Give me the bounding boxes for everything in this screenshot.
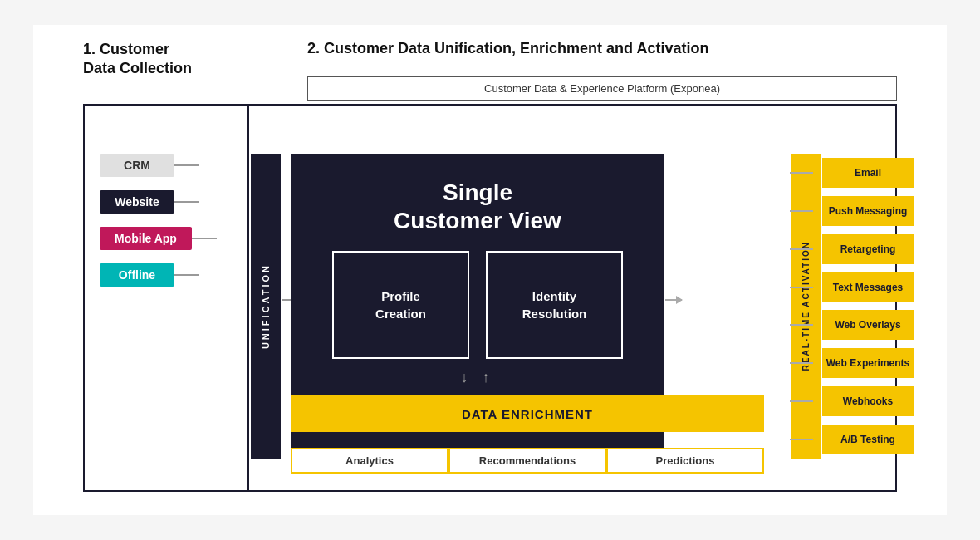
website-label: Website — [100, 190, 174, 214]
section-title-2: 2. Customer Data Unification, Enrichment… — [307, 40, 708, 57]
channel-text: Text Messages — [822, 272, 914, 302]
transfer-arrows: ↓ ↑ — [460, 369, 494, 386]
source-mobile: Mobile App — [100, 227, 192, 250]
dash-6 — [790, 362, 813, 364]
mobile-label: Mobile App — [100, 227, 192, 250]
channel-connectors — [785, 154, 818, 459]
profile-creation-box: ProfileCreation — [332, 251, 469, 359]
dash-8 — [790, 439, 813, 440]
identity-resolution-box: IdentityResolution — [486, 251, 623, 359]
channel-web-experiments: Web Experiments — [822, 348, 914, 378]
scv-title: SingleCustomer View — [394, 179, 561, 234]
left-section: CRM Website Mobile App Offline — [83, 104, 249, 492]
channels-column: Email Push Messaging Retargeting Text Me… — [822, 154, 914, 459]
offline-connector — [174, 274, 199, 276]
channel-webhooks: Webhooks — [822, 386, 914, 416]
tab-recommendations[interactable]: Recommendations — [448, 448, 606, 474]
unification-text: UNIFICATION — [261, 263, 271, 349]
channel-retargeting: Retargeting — [822, 234, 914, 264]
dash-4 — [790, 287, 813, 288]
channel-ab-testing: A/B Testing — [822, 425, 914, 454]
platform-label: Customer Data & Experience Platform (Exp… — [307, 76, 897, 101]
dash-1 — [790, 172, 813, 174]
section-title-1: 1. Customer Data Collection — [83, 40, 192, 79]
dash-2 — [790, 210, 813, 212]
offline-label: Offline — [100, 263, 174, 287]
diagram-wrapper: 1. Customer Data Collection 2. Customer … — [33, 25, 947, 515]
channel-web-overlays: Web Overlays — [822, 310, 914, 340]
tab-predictions[interactable]: Predictions — [606, 448, 764, 474]
mobile-connector — [192, 238, 217, 239]
source-website: Website — [100, 190, 174, 214]
dash-5 — [790, 324, 813, 326]
inner-boxes: ProfileCreation IdentityResolution — [332, 251, 623, 359]
tab-analytics[interactable]: Analytics — [291, 448, 448, 474]
dash-7 — [790, 400, 813, 402]
crm-label: CRM — [100, 154, 174, 177]
website-connector — [174, 201, 199, 203]
data-enrichment-bar: DATA ENRICHMENT — [291, 395, 764, 432]
channel-email: Email — [822, 158, 914, 188]
unification-bar: UNIFICATION — [251, 154, 281, 459]
dash-3 — [790, 248, 813, 250]
source-crm: CRM — [100, 154, 174, 177]
channel-push: Push Messaging — [822, 196, 914, 226]
crm-connector — [174, 164, 199, 166]
source-offline: Offline — [100, 263, 174, 287]
realtime-arrow — [665, 299, 682, 301]
bottom-tabs: Analytics Recommendations Predictions — [291, 448, 764, 474]
